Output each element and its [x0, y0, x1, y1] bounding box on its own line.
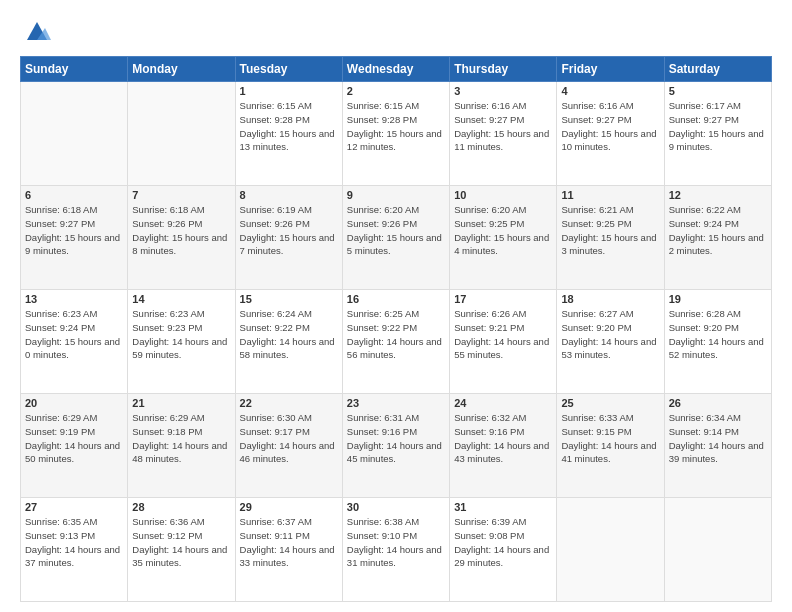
calendar-cell: 22Sunrise: 6:30 AMSunset: 9:17 PMDayligh… [235, 394, 342, 498]
day-info: Sunrise: 6:32 AMSunset: 9:16 PMDaylight:… [454, 411, 552, 466]
calendar-cell: 30Sunrise: 6:38 AMSunset: 9:10 PMDayligh… [342, 498, 449, 602]
calendar-cell: 31Sunrise: 6:39 AMSunset: 9:08 PMDayligh… [450, 498, 557, 602]
day-info: Sunrise: 6:19 AMSunset: 9:26 PMDaylight:… [240, 203, 338, 258]
calendar-cell: 21Sunrise: 6:29 AMSunset: 9:18 PMDayligh… [128, 394, 235, 498]
day-info: Sunrise: 6:16 AMSunset: 9:27 PMDaylight:… [454, 99, 552, 154]
col-friday: Friday [557, 57, 664, 82]
calendar-cell: 18Sunrise: 6:27 AMSunset: 9:20 PMDayligh… [557, 290, 664, 394]
day-number: 4 [561, 85, 659, 97]
col-monday: Monday [128, 57, 235, 82]
day-number: 15 [240, 293, 338, 305]
day-number: 28 [132, 501, 230, 513]
calendar-cell: 10Sunrise: 6:20 AMSunset: 9:25 PMDayligh… [450, 186, 557, 290]
calendar-cell [664, 498, 771, 602]
day-number: 30 [347, 501, 445, 513]
day-info: Sunrise: 6:38 AMSunset: 9:10 PMDaylight:… [347, 515, 445, 570]
day-info: Sunrise: 6:17 AMSunset: 9:27 PMDaylight:… [669, 99, 767, 154]
day-info: Sunrise: 6:29 AMSunset: 9:18 PMDaylight:… [132, 411, 230, 466]
col-tuesday: Tuesday [235, 57, 342, 82]
calendar-header-row: Sunday Monday Tuesday Wednesday Thursday… [21, 57, 772, 82]
col-wednesday: Wednesday [342, 57, 449, 82]
calendar-cell: 17Sunrise: 6:26 AMSunset: 9:21 PMDayligh… [450, 290, 557, 394]
day-info: Sunrise: 6:23 AMSunset: 9:23 PMDaylight:… [132, 307, 230, 362]
day-info: Sunrise: 6:21 AMSunset: 9:25 PMDaylight:… [561, 203, 659, 258]
day-info: Sunrise: 6:25 AMSunset: 9:22 PMDaylight:… [347, 307, 445, 362]
day-info: Sunrise: 6:27 AMSunset: 9:20 PMDaylight:… [561, 307, 659, 362]
calendar-cell: 29Sunrise: 6:37 AMSunset: 9:11 PMDayligh… [235, 498, 342, 602]
col-sunday: Sunday [21, 57, 128, 82]
day-number: 13 [25, 293, 123, 305]
day-number: 18 [561, 293, 659, 305]
calendar-cell: 15Sunrise: 6:24 AMSunset: 9:22 PMDayligh… [235, 290, 342, 394]
calendar-cell: 13Sunrise: 6:23 AMSunset: 9:24 PMDayligh… [21, 290, 128, 394]
day-number: 7 [132, 189, 230, 201]
day-number: 2 [347, 85, 445, 97]
day-number: 19 [669, 293, 767, 305]
calendar-cell: 12Sunrise: 6:22 AMSunset: 9:24 PMDayligh… [664, 186, 771, 290]
day-info: Sunrise: 6:36 AMSunset: 9:12 PMDaylight:… [132, 515, 230, 570]
day-info: Sunrise: 6:31 AMSunset: 9:16 PMDaylight:… [347, 411, 445, 466]
calendar-week-row: 13Sunrise: 6:23 AMSunset: 9:24 PMDayligh… [21, 290, 772, 394]
calendar-cell: 4Sunrise: 6:16 AMSunset: 9:27 PMDaylight… [557, 82, 664, 186]
day-number: 6 [25, 189, 123, 201]
day-number: 24 [454, 397, 552, 409]
calendar-cell: 26Sunrise: 6:34 AMSunset: 9:14 PMDayligh… [664, 394, 771, 498]
day-number: 29 [240, 501, 338, 513]
calendar-week-row: 27Sunrise: 6:35 AMSunset: 9:13 PMDayligh… [21, 498, 772, 602]
calendar-week-row: 1Sunrise: 6:15 AMSunset: 9:28 PMDaylight… [21, 82, 772, 186]
day-number: 10 [454, 189, 552, 201]
day-number: 27 [25, 501, 123, 513]
calendar-cell: 14Sunrise: 6:23 AMSunset: 9:23 PMDayligh… [128, 290, 235, 394]
day-number: 20 [25, 397, 123, 409]
calendar-cell: 27Sunrise: 6:35 AMSunset: 9:13 PMDayligh… [21, 498, 128, 602]
day-info: Sunrise: 6:26 AMSunset: 9:21 PMDaylight:… [454, 307, 552, 362]
calendar-cell: 9Sunrise: 6:20 AMSunset: 9:26 PMDaylight… [342, 186, 449, 290]
calendar-cell [128, 82, 235, 186]
logo [20, 18, 51, 46]
day-number: 23 [347, 397, 445, 409]
day-info: Sunrise: 6:20 AMSunset: 9:26 PMDaylight:… [347, 203, 445, 258]
day-info: Sunrise: 6:15 AMSunset: 9:28 PMDaylight:… [240, 99, 338, 154]
day-info: Sunrise: 6:18 AMSunset: 9:26 PMDaylight:… [132, 203, 230, 258]
day-number: 17 [454, 293, 552, 305]
day-number: 26 [669, 397, 767, 409]
day-info: Sunrise: 6:29 AMSunset: 9:19 PMDaylight:… [25, 411, 123, 466]
calendar-cell: 28Sunrise: 6:36 AMSunset: 9:12 PMDayligh… [128, 498, 235, 602]
calendar-cell: 23Sunrise: 6:31 AMSunset: 9:16 PMDayligh… [342, 394, 449, 498]
calendar-cell: 7Sunrise: 6:18 AMSunset: 9:26 PMDaylight… [128, 186, 235, 290]
day-number: 1 [240, 85, 338, 97]
day-number: 25 [561, 397, 659, 409]
calendar-week-row: 6Sunrise: 6:18 AMSunset: 9:27 PMDaylight… [21, 186, 772, 290]
day-info: Sunrise: 6:35 AMSunset: 9:13 PMDaylight:… [25, 515, 123, 570]
calendar-cell: 1Sunrise: 6:15 AMSunset: 9:28 PMDaylight… [235, 82, 342, 186]
day-info: Sunrise: 6:22 AMSunset: 9:24 PMDaylight:… [669, 203, 767, 258]
day-info: Sunrise: 6:23 AMSunset: 9:24 PMDaylight:… [25, 307, 123, 362]
calendar-cell: 11Sunrise: 6:21 AMSunset: 9:25 PMDayligh… [557, 186, 664, 290]
calendar-cell: 24Sunrise: 6:32 AMSunset: 9:16 PMDayligh… [450, 394, 557, 498]
calendar-cell: 5Sunrise: 6:17 AMSunset: 9:27 PMDaylight… [664, 82, 771, 186]
calendar-cell: 2Sunrise: 6:15 AMSunset: 9:28 PMDaylight… [342, 82, 449, 186]
calendar-cell: 6Sunrise: 6:18 AMSunset: 9:27 PMDaylight… [21, 186, 128, 290]
calendar-cell [557, 498, 664, 602]
day-info: Sunrise: 6:16 AMSunset: 9:27 PMDaylight:… [561, 99, 659, 154]
calendar-cell: 3Sunrise: 6:16 AMSunset: 9:27 PMDaylight… [450, 82, 557, 186]
day-number: 16 [347, 293, 445, 305]
day-number: 14 [132, 293, 230, 305]
logo-icon [23, 18, 51, 46]
day-info: Sunrise: 6:15 AMSunset: 9:28 PMDaylight:… [347, 99, 445, 154]
day-info: Sunrise: 6:34 AMSunset: 9:14 PMDaylight:… [669, 411, 767, 466]
header [20, 18, 772, 46]
day-info: Sunrise: 6:24 AMSunset: 9:22 PMDaylight:… [240, 307, 338, 362]
calendar-week-row: 20Sunrise: 6:29 AMSunset: 9:19 PMDayligh… [21, 394, 772, 498]
col-saturday: Saturday [664, 57, 771, 82]
day-number: 31 [454, 501, 552, 513]
calendar-cell: 19Sunrise: 6:28 AMSunset: 9:20 PMDayligh… [664, 290, 771, 394]
day-info: Sunrise: 6:33 AMSunset: 9:15 PMDaylight:… [561, 411, 659, 466]
day-number: 22 [240, 397, 338, 409]
day-info: Sunrise: 6:39 AMSunset: 9:08 PMDaylight:… [454, 515, 552, 570]
day-info: Sunrise: 6:30 AMSunset: 9:17 PMDaylight:… [240, 411, 338, 466]
col-thursday: Thursday [450, 57, 557, 82]
calendar-cell: 16Sunrise: 6:25 AMSunset: 9:22 PMDayligh… [342, 290, 449, 394]
day-info: Sunrise: 6:18 AMSunset: 9:27 PMDaylight:… [25, 203, 123, 258]
calendar-cell: 8Sunrise: 6:19 AMSunset: 9:26 PMDaylight… [235, 186, 342, 290]
